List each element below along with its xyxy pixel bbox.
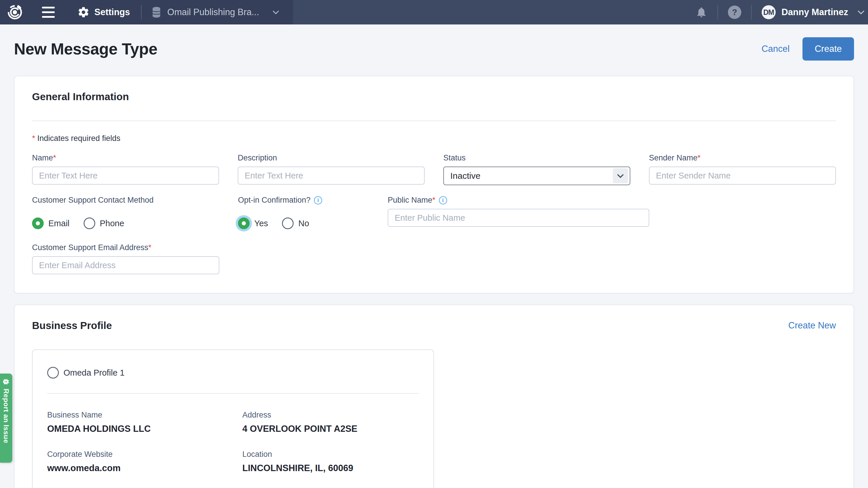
omeda-profile-card: Omeda Profile 1 Business Name OMEDA HOLD… [32, 349, 434, 488]
info-icon[interactable]: i [439, 196, 447, 204]
contact-method-radio-row: Email Phone [32, 214, 219, 233]
navbar-divider [751, 5, 752, 20]
chevron-down-icon [272, 8, 280, 17]
opt-in-label: Opt-in Confirmation? i [238, 196, 369, 205]
chevron-down-icon[interactable] [856, 7, 866, 17]
description-field-group: Description [238, 154, 425, 185]
business-profile-heading: Business Profile [32, 320, 112, 331]
page-header: New Message Type Cancel Create [14, 37, 854, 61]
required-asterisk: * [53, 154, 56, 162]
radio-omeda-profile-1[interactable] [47, 367, 59, 379]
avatar[interactable]: DM [762, 5, 776, 19]
create-button[interactable]: Create [803, 37, 854, 61]
form-row-3: Customer Support Email Address* [32, 243, 836, 274]
radio-option-phone[interactable]: Phone [84, 218, 124, 229]
public-name-field-group: Public Name* i [388, 196, 649, 233]
public-name-label: Public Name* i [388, 196, 649, 205]
info-icon[interactable]: i [314, 196, 322, 204]
notifications-bell-icon[interactable] [695, 6, 708, 19]
navbar-divider [717, 5, 718, 20]
sender-name-label: Sender Name* [649, 154, 836, 162]
opt-in-group: Opt-in Confirmation? i Yes No [238, 196, 369, 233]
radio-yes-selected[interactable] [238, 218, 250, 229]
description-label: Description [238, 154, 425, 162]
brand-selector-label: Omail Publishing Bra... [167, 7, 259, 18]
avatar-initials: DM [763, 8, 774, 17]
support-email-input[interactable] [32, 256, 219, 274]
sender-name-input[interactable] [649, 167, 836, 185]
description-input[interactable] [238, 167, 425, 185]
radio-phone[interactable] [84, 218, 95, 229]
navbar-left-segment: Settings Omail Publishing Bra... [0, 0, 293, 25]
brand-selector-dropdown[interactable]: Omail Publishing Bra... [151, 6, 280, 18]
general-information-card: General Information * Indicates required… [14, 76, 854, 293]
required-asterisk: * [32, 134, 35, 143]
name-label: Name* [32, 154, 219, 162]
radio-option-email[interactable]: Email [32, 218, 70, 229]
database-icon [151, 6, 162, 18]
required-asterisk: * [148, 243, 152, 252]
status-label: Status [443, 154, 630, 162]
contact-method-group: Customer Support Contact Method Email Ph… [32, 196, 219, 233]
settings-label: Settings [94, 7, 130, 18]
top-navbar: Settings Omail Publishing Bra... ? DM Da… [0, 0, 868, 25]
required-asterisk: * [432, 196, 435, 205]
detail-corporate-website: Corporate Website www.omeda.com [47, 450, 242, 474]
opt-in-radio-row: Yes No [238, 214, 369, 233]
radio-email-selected[interactable] [32, 218, 44, 229]
cancel-button[interactable]: Cancel [762, 44, 789, 54]
gear-icon [78, 6, 90, 18]
create-new-link[interactable]: Create New [788, 320, 836, 331]
name-field-group: Name* [32, 154, 219, 185]
select-chevron-box [613, 168, 628, 184]
hamburger-menu-icon[interactable] [42, 7, 55, 18]
report-an-issue-tab[interactable]: Report an Issue [0, 373, 12, 463]
report-tab-label: Report an Issue [2, 389, 10, 444]
required-asterisk: * [698, 154, 701, 162]
radio-option-omeda-profile-1[interactable]: Omeda Profile 1 [47, 367, 405, 379]
user-name[interactable]: Danny Martinez [781, 7, 848, 18]
required-fields-note: * Indicates required fields [32, 134, 836, 143]
business-profile-card: Business Profile Create New Omeda Profil… [14, 304, 854, 488]
detail-address: Address 4 OVERLOOK POINT A2SE [242, 411, 437, 434]
page-title: New Message Type [14, 40, 157, 58]
general-information-heading: General Information [32, 91, 836, 102]
radio-no[interactable] [282, 218, 293, 229]
radio-option-no[interactable]: No [282, 218, 309, 229]
section-divider [32, 121, 836, 121]
page-body: New Message Type Cancel Create General I… [0, 37, 868, 488]
radio-option-yes[interactable]: Yes [238, 218, 268, 229]
status-select[interactable]: Inactive [443, 167, 630, 185]
navbar-right: ? DM Danny Martinez [695, 0, 868, 25]
navbar-divider [141, 5, 142, 20]
settings-menu-item[interactable]: Settings [78, 6, 130, 18]
support-email-field-group: Customer Support Email Address* [32, 243, 219, 274]
help-glyph: ? [732, 7, 737, 17]
name-input[interactable] [32, 167, 219, 185]
omeda-logo-icon[interactable] [7, 4, 23, 20]
header-actions: Cancel Create [762, 37, 854, 61]
public-name-input[interactable] [388, 209, 649, 227]
help-icon[interactable]: ? [728, 5, 741, 19]
bug-icon [2, 378, 10, 386]
chevron-down-icon [616, 171, 625, 180]
contact-method-label: Customer Support Contact Method [32, 196, 219, 205]
status-field-group: Status Inactive [443, 154, 630, 185]
detail-business-name: Business Name OMEDA HOLDINGS LLC [47, 411, 242, 434]
form-row-2: Customer Support Contact Method Email Ph… [32, 196, 836, 233]
sender-name-field-group: Sender Name* [649, 154, 836, 185]
detail-location: Location LINCOLNSHIRE, IL, 60069 [242, 450, 437, 474]
form-row-1: Name* Description Status Inactive [32, 154, 836, 185]
profile-details-grid: Business Name OMEDA HOLDINGS LLC Address… [47, 411, 419, 474]
business-profile-header: Business Profile Create New [32, 320, 836, 331]
support-email-label: Customer Support Email Address* [32, 243, 219, 252]
profile-divider [47, 393, 419, 394]
status-select-value: Inactive [450, 171, 480, 181]
